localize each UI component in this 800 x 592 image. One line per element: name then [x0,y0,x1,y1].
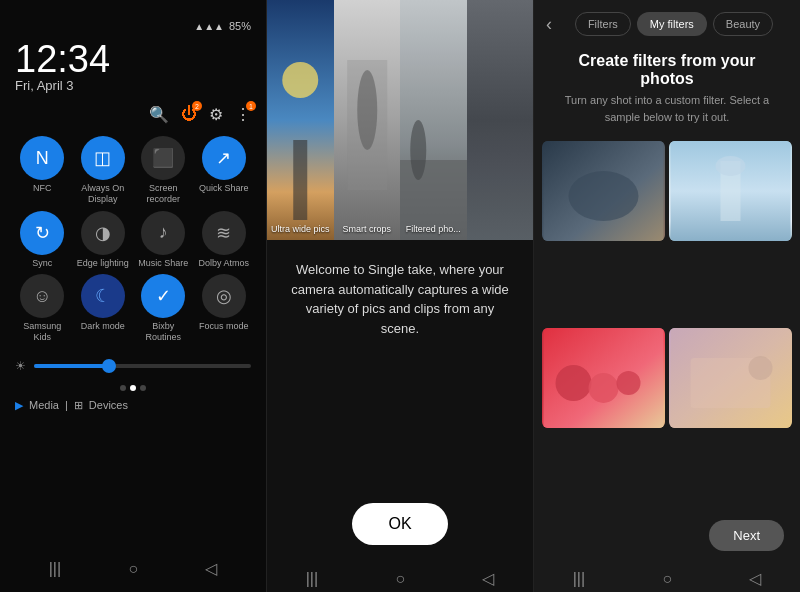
screen-recorder-label: Screen recorder [136,183,191,205]
quick-settings-grid: N NFC ◫ Always On Display ⬛ Screen recor… [15,136,251,343]
ultra-wide-label: Ultra wide pics [267,224,334,234]
tile-nfc[interactable]: N NFC [15,136,70,205]
svg-point-19 [617,371,641,395]
tile-dark-mode[interactable]: ☾ Dark mode [76,274,131,343]
tile-sync[interactable]: ↻ Sync [15,211,70,269]
brightness-control[interactable]: ☀ [15,359,251,373]
panel2-home-button[interactable]: ○ [395,570,405,588]
date-display: Fri, April 3 [15,78,251,93]
power-icon[interactable]: ⏻2 [181,105,197,124]
separator: | [65,399,68,411]
svg-point-18 [589,373,619,403]
page-dot-2 [130,385,136,391]
single-take-panel: Ultra wide pics Smart crops [267,0,534,592]
tile-music-share[interactable]: ♪ Music Share [136,211,191,269]
tab-beauty[interactable]: Beauty [713,12,773,36]
media-label[interactable]: Media [29,399,59,411]
photo-extra[interactable] [467,0,534,240]
quick-controls: 🔍 ⏻2 ⚙ ⋮1 [15,105,251,124]
brightness-knob[interactable] [102,359,116,373]
home-button[interactable]: ○ [128,560,138,578]
devices-grid-icon: ⊞ [74,399,83,412]
quick-settings-panel: ▲▲▲ 85% 12:34 Fri, April 3 🔍 ⏻2 ⚙ ⋮1 N N… [0,0,267,592]
quick-share-label: Quick Share [199,183,249,194]
filter-sample-4[interactable] [669,328,792,428]
svg-point-22 [749,356,773,380]
next-button-container: Next [534,510,800,561]
media-devices-row: ▶ Media | ⊞ Devices [15,399,251,412]
samsung-kids-icon: ☺ [20,274,64,318]
tile-aod[interactable]: ◫ Always On Display [76,136,131,205]
tile-samsung-kids[interactable]: ☺ Samsung Kids [15,274,70,343]
filter-sample-1[interactable] [542,141,665,241]
photo-ultra-wide[interactable]: Ultra wide pics [267,0,334,240]
clock-display: 12:34 [15,40,251,78]
panel2-navigation-bar: ||| ○ ◁ [267,561,533,592]
samsung-kids-label: Samsung Kids [15,321,70,343]
media-play-icon: ▶ [15,399,23,412]
brightness-fill [34,364,110,368]
smart-crops-label: Smart crops [334,224,401,234]
nfc-label: NFC [33,183,52,194]
back-arrow-icon[interactable]: ‹ [546,14,552,35]
navigation-bar: ||| ○ ◁ [15,551,251,582]
more-badge: 1 [246,101,256,111]
tile-screen-recorder[interactable]: ⬛ Screen recorder [136,136,191,205]
panel2-recent-button[interactable]: ||| [306,570,318,588]
back-button[interactable]: ◁ [205,559,217,578]
page-dot-3 [140,385,146,391]
tile-quick-share[interactable]: ↗ Quick Share [197,136,252,205]
filter-sample-3[interactable] [542,328,665,428]
dolby-icon: ≋ [202,211,246,255]
tile-edge-lighting[interactable]: ◑ Edge lighting [76,211,131,269]
panel3-back-button[interactable]: ◁ [749,569,761,588]
focus-mode-icon: ◎ [202,274,246,318]
sync-icon: ↻ [20,211,64,255]
ok-button[interactable]: OK [352,503,447,545]
filtered-photos-label: Filtered pho... [400,224,467,234]
music-share-label: Music Share [138,258,188,269]
photo-strip: Ultra wide pics Smart crops [267,0,533,240]
dark-mode-label: Dark mode [81,321,125,332]
tile-bixby[interactable]: ✓ Bixby Routines [136,274,191,343]
my-filters-panel: ‹ Filters My filters Beauty Create filte… [534,0,800,592]
panel3-home-button[interactable]: ○ [662,570,672,588]
search-icon[interactable]: 🔍 [149,105,169,124]
tab-filters[interactable]: Filters [575,12,631,36]
brightness-bar[interactable] [34,364,251,368]
tile-focus-mode[interactable]: ◎ Focus mode [197,274,252,343]
power-badge: 2 [192,101,202,111]
filter-photo-grid [534,141,800,510]
svg-point-17 [556,365,592,401]
edge-lighting-icon: ◑ [81,211,125,255]
photo-smart-crops[interactable]: Smart crops [334,0,401,240]
tile-dolby[interactable]: ≋ Dolby Atmos [197,211,252,269]
battery-level: 85% [229,20,251,32]
music-share-icon: ♪ [141,211,185,255]
panel3-recent-button[interactable]: ||| [573,570,585,588]
signal-icon: ▲▲▲ [194,21,224,32]
tab-my-filters[interactable]: My filters [637,12,707,36]
filter-sample-2[interactable] [669,141,792,241]
dolby-label: Dolby Atmos [198,258,249,269]
svg-point-8 [410,120,426,180]
edge-lighting-label: Edge lighting [77,258,129,269]
filter-tabs: Filters My filters Beauty [560,12,788,36]
settings-icon[interactable]: ⚙ [209,105,223,124]
svg-point-1 [282,62,318,98]
brightness-icon: ☀ [15,359,26,373]
next-button[interactable]: Next [709,520,784,551]
more-icon[interactable]: ⋮1 [235,105,251,124]
photo-filtered[interactable]: Filtered pho... [400,0,467,240]
status-bar: ▲▲▲ 85% [15,20,251,32]
bixby-label: Bixby Routines [136,321,191,343]
panel2-back-button[interactable]: ◁ [482,569,494,588]
svg-rect-2 [293,140,307,220]
ok-button-container: OK [267,503,533,561]
filter-panel-header: ‹ Filters My filters Beauty [534,0,800,44]
filter-panel-subtitle: Turn any shot into a custom filter. Sele… [534,92,800,141]
recent-apps-button[interactable]: ||| [49,560,61,578]
devices-label[interactable]: Devices [89,399,128,411]
sync-label: Sync [32,258,52,269]
filter-panel-title: Create filters from your photos [534,44,800,92]
